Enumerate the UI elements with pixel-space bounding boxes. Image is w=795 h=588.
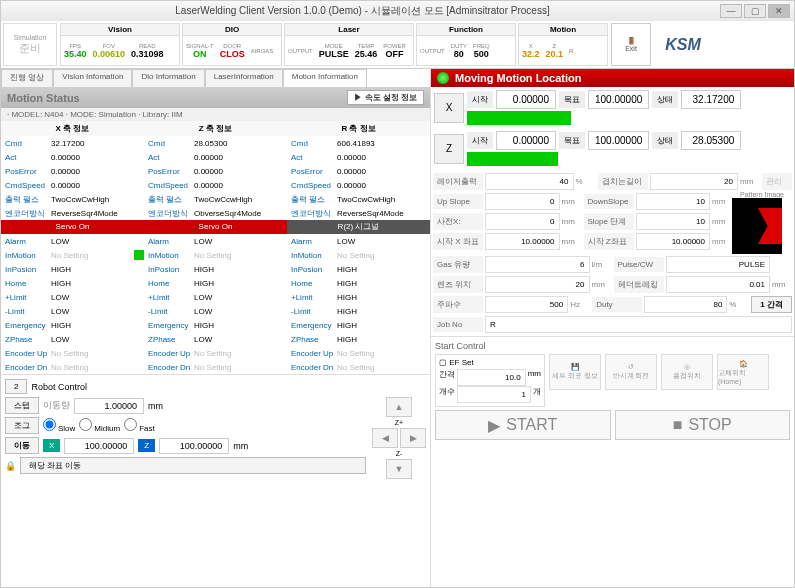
robot-control: 2Robot Control 스텝 이동량 1.00000 mm 조그 Slow… xyxy=(1,374,430,483)
jog-button[interactable]: 조그 xyxy=(5,417,39,434)
start-button[interactable]: ▶START xyxy=(435,410,611,440)
arrow-down-button[interactable]: ▼ xyxy=(386,459,412,479)
speed-fast[interactable]: Fast xyxy=(124,418,155,433)
start-control: Start Control ▢ EF Set 간격10.0mm 개수1개 💾세트… xyxy=(431,336,794,444)
x-goal: 100.00000 xyxy=(588,90,649,109)
servo-on-x: Servo On xyxy=(1,220,144,234)
pattern-image xyxy=(732,198,782,254)
minimize-button[interactable]: — xyxy=(720,4,742,18)
home-button[interactable]: 🏠교체위치 (Home) xyxy=(717,354,769,390)
robot-num: 2 xyxy=(5,379,27,394)
play-icon: ▶ xyxy=(488,416,500,435)
overlap-field[interactable]: 20 xyxy=(650,173,739,190)
z-cmd: 28.05300 xyxy=(194,139,287,148)
motion-r-label: R xyxy=(569,48,573,54)
servo-on-z: Servo On xyxy=(144,220,287,234)
fps-value: 35.40 xyxy=(64,49,87,59)
motion-status-bar: Motion Status ▶ 속도 설정 정보 xyxy=(1,87,430,108)
freq-field[interactable]: 500 xyxy=(485,296,568,313)
rotate-icon: ↺ xyxy=(628,363,634,371)
home-icon: 🏠 xyxy=(739,360,748,368)
laser-mode: PULSE xyxy=(319,49,349,59)
start-control-title: Start Control xyxy=(435,341,790,351)
motion-hdr: Motion xyxy=(519,24,607,36)
read-value: 0.31098 xyxy=(131,49,164,59)
x-cmd: 32.17200 xyxy=(51,139,144,148)
count-field[interactable]: 1 xyxy=(457,386,531,403)
prex-field[interactable]: 0 xyxy=(485,213,560,230)
gas-field[interactable]: 6 xyxy=(485,256,590,273)
func-freq: 500 xyxy=(474,49,489,59)
laser-temp: 25.46 xyxy=(355,49,378,59)
save-icon: 💾 xyxy=(571,363,580,371)
top-toolbar: Simulation 준비 Vision FPS35.40 FOV0.00610… xyxy=(1,21,794,69)
move-button[interactable]: 이동 xyxy=(5,437,39,454)
model-line: · MODEL: N404 · MODE: Simulation · Libra… xyxy=(1,108,430,121)
tab-vision-info[interactable]: Vision Infomation xyxy=(53,69,132,87)
x-progress-bar xyxy=(467,111,571,125)
slope-step-field[interactable]: 10 xyxy=(636,213,711,230)
airgas-label: AIRGAS xyxy=(251,48,274,54)
door-value: CLOS xyxy=(220,49,245,59)
maximize-button[interactable]: ▢ xyxy=(744,4,766,18)
motion-x: 32.2 xyxy=(522,49,540,59)
duty-field[interactable]: 80 xyxy=(644,296,727,313)
step-button[interactable]: 스텝 xyxy=(5,397,39,414)
speed-settings-button[interactable]: ▶ 속도 설정 정보 xyxy=(347,90,424,105)
z-state: 28.05300 xyxy=(681,131,741,150)
inmotion-indicator xyxy=(134,250,144,260)
interval-button[interactable]: 1 간격 xyxy=(751,296,792,313)
param-grid: 레이저출력40% 겹치는길이20mm 관리 Up Slope0mm DownSl… xyxy=(431,169,794,336)
htrack-field[interactable]: 0.01 xyxy=(666,276,771,293)
x-axis-button[interactable]: X xyxy=(43,439,60,452)
laser-power: OFF xyxy=(386,49,404,59)
exit-button[interactable]: 🚪 Exit xyxy=(611,23,651,66)
logo: KSM xyxy=(653,21,713,68)
manage-button[interactable]: 관리 xyxy=(762,173,792,190)
pattern-label: Pattern Image xyxy=(732,191,792,198)
gap-field[interactable]: 10.0 xyxy=(457,369,526,386)
startx-field[interactable]: 10.00000 xyxy=(485,233,560,250)
set-coord-info-button[interactable]: 💾세트 좌표 정보 xyxy=(549,354,601,390)
lenspos-field[interactable]: 20 xyxy=(485,276,590,293)
downslope-field[interactable]: 10 xyxy=(636,193,711,210)
signal-table: AlarmLOW InMotionNo Setting InPosionHIGH… xyxy=(1,234,430,374)
tab-laser-info[interactable]: LaserInformation xyxy=(205,69,283,87)
motion-section: Motion X32.2 Z20.1 R xyxy=(518,23,608,66)
arrow-left-button[interactable]: ◀ xyxy=(372,428,398,448)
move-z-value[interactable]: 100.00000 xyxy=(159,438,229,454)
arrow-right-button[interactable]: ▶ xyxy=(400,428,426,448)
dio-hdr: DIO xyxy=(183,24,281,36)
close-button[interactable]: ✕ xyxy=(768,4,790,18)
tab-motion-info[interactable]: Motion Information xyxy=(283,69,367,87)
lock-icon: 🔒 xyxy=(5,461,16,471)
simulation-box: Simulation 준비 xyxy=(3,23,57,66)
fov-value: 0.00610 xyxy=(93,49,126,59)
step-value[interactable]: 1.00000 xyxy=(74,398,144,414)
z-loc-label: Z xyxy=(434,134,464,164)
tab-dio-info[interactable]: Dio Information xyxy=(132,69,204,87)
stop-button[interactable]: ■STOP xyxy=(615,410,791,440)
target-icon: ◎ xyxy=(684,363,690,371)
x-state: 32.17200 xyxy=(681,90,741,109)
weld-position-button[interactable]: ◎용접위치 xyxy=(661,354,713,390)
z-plus-label: Z+ xyxy=(395,419,403,426)
arrow-up-button[interactable]: ▲ xyxy=(386,397,412,417)
tab-video[interactable]: 진행 영상 xyxy=(1,69,53,87)
laser-output-field[interactable]: 40 xyxy=(485,173,574,190)
laser-section: Laser OUTPUT MODEPULSE TEMP25.46 POWEROF… xyxy=(284,23,414,66)
coord-move-button[interactable]: 해당 좌표 이동 xyxy=(20,457,366,474)
z-axis-button[interactable]: Z xyxy=(138,439,155,452)
signal-value: ON xyxy=(193,49,207,59)
startz-field[interactable]: 10.00000 xyxy=(636,233,711,250)
moving-motion-bar: Moving Motion Location xyxy=(431,69,794,87)
speed-slow[interactable]: Slow xyxy=(43,418,75,433)
jobno-field[interactable]: R xyxy=(485,316,792,333)
z-axis-hdr: Z 축 정보 xyxy=(144,121,287,136)
speed-medium[interactable]: Midium xyxy=(79,418,120,433)
move-x-value[interactable]: 100.00000 xyxy=(64,438,134,454)
r-signal: R(2) 시그널 xyxy=(287,220,430,234)
upslope-field[interactable]: 0 xyxy=(485,193,560,210)
ccw-rotate-button[interactable]: ↺반시계 회전 xyxy=(605,354,657,390)
pulsecw-field[interactable]: PULSE xyxy=(666,256,771,273)
